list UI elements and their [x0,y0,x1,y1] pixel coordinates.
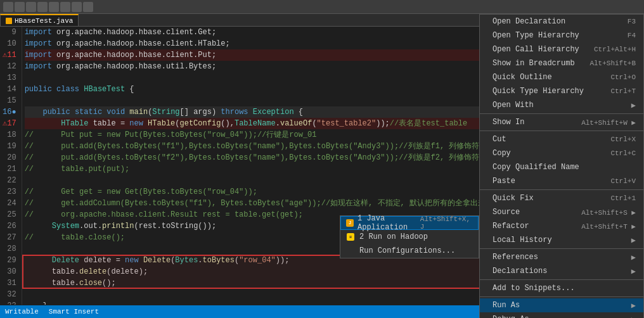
menu-open-with-label: Open With [493,101,534,110]
menu-debug-as-arrow: ▶ [631,315,636,319]
toolbar-btn-7[interactable] [72,2,82,12]
menu-local-history-arrow: ▶ [631,236,636,245]
menu-local-history-label: Local History [493,236,552,245]
ln-19: 19 [3,141,16,152]
ln-21: 21 [3,163,16,175]
menu-quick-type-hierarchy-label: Quick Type Hierarchy [493,87,584,96]
submenu-java-application-shortcut: Alt+Shift+X, J [420,215,470,231]
ln-15: 15 [3,95,16,106]
menu-open-declaration-label: Open Declaration [493,17,565,26]
menu-show-in-shortcut: Alt+Shift+W ▶ [581,118,636,127]
menu-copy-shortcut: Ctrl+C [610,149,636,157]
toolbar-btn-2[interactable] [15,2,25,12]
menu-open-call-hierarchy-shortcut: Ctrl+Alt+H [594,46,636,53]
menu-show-breadcrumb-label: Show in Breadcrumb [493,59,575,68]
submenu-run-hadoop[interactable]: H 2 Run on Hadoop [340,230,479,244]
menu-quick-outline-label: Quick Outline [493,73,552,82]
status-insert: Smart Insert [49,308,99,315]
toolbar-btn-4[interactable] [37,2,48,12]
submenu-run-as: J 1 Java Application Alt+Shift+X, J H 2 … [340,215,479,258]
menu-open-type-hierarchy[interactable]: Open Type Hierarchy F4 [480,29,643,42]
ln-26: 26 [3,220,16,232]
menu-source[interactable]: Source Alt+Shift+S ▶ [480,205,643,219]
ln-12: 12 [3,61,16,72]
menu-debug-as-label: Debug As [493,315,529,318]
separator-2 [480,130,643,131]
menu-quick-fix[interactable]: Quick Fix Ctrl+1 [480,191,643,205]
submenu-run-configs[interactable]: Run Configurations... [340,244,479,258]
menu-open-declaration[interactable]: Open Declaration F3 [480,15,643,29]
menu-copy-qualified[interactable]: Copy Qualified Name [480,160,643,174]
menu-open-call-hierarchy[interactable]: Open Call Hierarchy Ctrl+Alt+H [480,42,643,56]
menu-source-shortcut: Alt+Shift+S ▶ [581,208,636,217]
menu-quick-type-hierarchy-shortcut: Ctrl+T [610,87,636,95]
menu-show-in-label: Show In [493,118,524,127]
ln-9: 9 [3,27,16,38]
menu-run-as-arrow: ▶ [631,301,636,310]
menu-copy[interactable]: Copy Ctrl+C [480,146,643,160]
menu-open-call-hierarchy-label: Open Call Hierarchy [493,45,579,54]
ln-17: ⚠17 [3,118,16,129]
ln-27: 27 [3,232,16,243]
main-layout: 9 10 ⚠11 12 13 14 15 16● ⚠17 18 19 20 21… [0,27,644,305]
toolbar-btn-6[interactable] [60,2,70,12]
menu-declarations-arrow: ▶ [631,267,636,276]
menu-paste[interactable]: Paste Ctrl+V [480,174,643,188]
separator-4 [480,248,643,249]
menu-refactor-shortcut: Alt+Shift+T ▶ [581,222,636,231]
ln-14: 14 [3,84,16,95]
menu-references-label: References [493,253,538,262]
menu-show-in[interactable]: Show In Alt+Shift+W ▶ [480,115,643,129]
hadoop-icon: H [345,232,356,242]
menu-show-breadcrumb-shortcut: Alt+Shift+B [589,60,636,67]
ln-28: 28 [3,243,16,255]
menu-show-breadcrumb[interactable]: Show in Breadcrumb Alt+Shift+B [480,56,643,70]
submenu-java-application[interactable]: J 1 Java Application Alt+Shift+X, J [340,216,479,230]
java-file-icon [6,18,12,24]
ln-20: 20 [3,152,16,163]
ln-33: 33 [3,300,16,305]
menu-open-with[interactable]: Open With ▶ [480,98,643,112]
ln-30: 30 [3,266,16,277]
menu-run-as-label: Run As [493,301,520,310]
ln-29: 29 [3,255,16,266]
ln-25: 25 [3,209,16,220]
menu-references-arrow: ▶ [631,253,636,262]
ln-22: 22 [3,175,16,186]
toolbar-btn-5[interactable] [49,2,59,12]
menu-quick-type-hierarchy[interactable]: Quick Type Hierarchy Ctrl+T [480,84,643,98]
menu-quick-fix-shortcut: Ctrl+1 [610,194,636,202]
toolbar-btn-8[interactable] [83,2,93,12]
menu-references[interactable]: References ▶ [480,250,643,264]
menu-add-snippets-label: Add to Snippets... [493,284,575,293]
menu-quick-fix-label: Quick Fix [493,194,534,203]
toolbar-btn-3[interactable] [26,2,36,12]
menu-cut[interactable]: Cut Ctrl+X [480,132,643,146]
menu-refactor[interactable]: Refactor Alt+Shift+T ▶ [480,219,643,233]
ln-11: ⚠11 [3,49,16,61]
toolbar-btn-1[interactable] [3,2,13,12]
menu-debug-as[interactable]: Debug As ▶ [480,312,643,318]
menu-run-as[interactable]: Run As ▶ [480,298,643,312]
ln-31: 31 [3,277,16,289]
menu-cut-shortcut: Ctrl+X [610,136,636,143]
menu-open-type-hierarchy-shortcut: F4 [628,32,636,39]
line-numbers: 9 10 ⚠11 12 13 14 15 16● ⚠17 18 19 20 21… [0,27,22,305]
menu-refactor-label: Refactor [493,222,529,231]
run-configs-icon [345,246,356,256]
menu-add-snippets[interactable]: Add to Snippets... [480,281,643,295]
tab-hbasetest[interactable]: HBaseTest.java [0,14,79,26]
status-writable: Writable [5,308,39,315]
submenu-java-application-label: 1 Java Application [357,214,416,232]
menu-copy-label: Copy [493,149,511,158]
menu-open-with-arrow: ▶ [631,101,636,110]
menu-declarations-label: Declarations [493,267,547,276]
ln-32: 32 [3,289,16,300]
menu-declarations[interactable]: Declarations ▶ [480,264,643,278]
java-app-icon: J [346,218,354,228]
menu-paste-label: Paste [493,177,515,186]
menu-local-history[interactable]: Local History ▶ [480,233,643,247]
ln-10: 10 [3,38,16,49]
menu-quick-outline[interactable]: Quick Outline Ctrl+O [480,70,643,84]
ln-18: 18 [3,129,16,141]
